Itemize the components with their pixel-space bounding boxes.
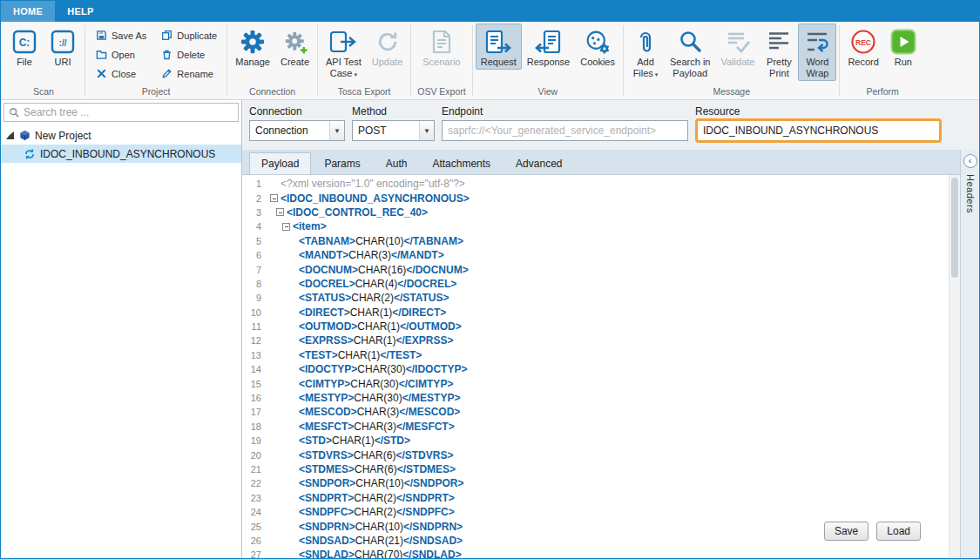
save-button[interactable]: Save [824,522,868,541]
cookies-icon [584,28,612,56]
xml-open-tag: <SNDPRT> [299,492,354,504]
cookies-button[interactable]: Cookies [575,24,620,70]
line-number: 27 [242,549,267,558]
pretty-print-button[interactable]: PrettyPrint [760,24,798,81]
headers-side-panel: ‹ Headers [960,150,979,558]
line-number: 22 [242,478,267,488]
ribbon-group-label: OSV Export [414,86,469,99]
xml-close-tag: </SNDLAD> [402,549,461,558]
tab-home[interactable]: HOME [1,1,55,22]
run-button[interactable]: Run [884,24,923,70]
update-button: Update [367,24,408,70]
tab-headers[interactable]: Headers [965,174,976,213]
project-tree: New ProjectIDOC_INBOUND_ASYNCHRONOUS [1,125,241,558]
xml-open-tag: <IDOCTYP> [299,363,357,375]
chevron-down-icon: ▼ [419,121,434,140]
scrollbar-thumb[interactable] [951,178,958,278]
ribbon-group-buttons: API TestCase ▾Update [321,24,408,86]
method-select[interactable]: POST ▼ [352,120,435,141]
load-button[interactable]: Load [876,522,921,541]
rename-button[interactable]: Rename [155,65,222,82]
tree-search-input[interactable] [24,106,233,118]
tab-attachments[interactable]: Attachments [420,152,503,174]
line-number: 7 [242,265,267,275]
tab-advanced[interactable]: Advanced [504,152,574,174]
button-label: Update [372,57,402,68]
tree-item-idoc-inbound-asynchronous[interactable]: IDOC_INBOUND_ASYNCHRONOUS [1,145,241,163]
api-test-case-button[interactable]: API TestCase ▾ [321,24,367,81]
editor-line: 22<SNDPOR>CHAR(10)</SNDPOR> [242,476,949,490]
collapse-toggle-icon[interactable] [282,223,290,231]
record-button[interactable]: RECRecord [842,24,883,70]
manage-button[interactable]: Manage [230,24,275,70]
create-button[interactable]: Create [275,24,314,70]
endpoint-label: Endpoint [442,105,688,118]
tree-item-new-project[interactable]: New Project [1,126,241,145]
line-number: 8 [242,279,267,289]
xml-close-tag: </CIMTYP> [399,378,454,390]
svg-text:C:: C: [19,37,30,49]
editor-line: 15<CIMTYP>CHAR(30)</CIMTYP> [242,376,949,390]
tab-auth[interactable]: Auth [374,152,420,174]
xml-close-tag: </STDVRS> [395,449,453,461]
ribbon-group-buttons: AddFiles ▾Search inPayloadValidatePretty… [626,24,836,86]
validate-icon [726,28,750,56]
search-in-payload-button[interactable]: Search inPayload [665,24,715,81]
line-number: 17 [242,407,267,417]
add-files-button[interactable]: AddFiles ▾ [626,24,665,81]
svg-text:REC: REC [855,38,871,47]
uri-button[interactable]: ://URI [44,24,82,70]
save-as-button[interactable]: Save As [90,27,152,44]
line-number: 15 [242,379,267,389]
collapse-chevron-icon[interactable]: ‹ [963,154,977,168]
editor-scrollbar[interactable] [949,175,960,558]
collapse-toggle-icon[interactable] [276,208,284,216]
resource-field: Resource [695,105,942,143]
xml-open-tag: <STD> [299,434,332,447]
file-scan-icon: C: [10,28,38,56]
file-button[interactable]: C:File [5,24,44,70]
line-number: 9 [242,293,267,303]
xml-close-tag: </MANDT> [391,249,444,261]
endpoint-input[interactable] [442,120,688,141]
tree-expander-icon[interactable] [6,131,14,139]
sidebar: New ProjectIDOC_INBOUND_ASYNCHRONOUS [1,100,242,558]
xml-open-tag: <IDOC_CONTROL_REC_40> [287,206,428,219]
editor-line: 8<DOCREL>CHAR(4)</DOCREL> [242,277,949,291]
button-label: Duplicate [177,30,217,41]
word-wrap-button[interactable]: WordWrap [798,24,836,81]
tab-payload[interactable]: Payload [249,152,311,174]
payload-editor[interactable]: 1<?xml version="1.0" encoding="utf-8"?>2… [242,175,949,558]
tab-help[interactable]: HELP [55,1,106,22]
editor-wrap: 1<?xml version="1.0" encoding="utf-8"?>2… [242,174,960,558]
ribbon-group-scan: C:File://URIScan [3,22,84,99]
response-button[interactable]: Response [522,24,576,70]
tree-item-label: New Project [35,130,91,142]
delete-button[interactable]: Delete [155,46,222,63]
request-button[interactable]: Request [476,24,522,70]
pretty-print-icon [767,28,791,56]
uri-scan-icon: :// [49,28,77,56]
record-icon: REC [850,28,876,56]
save-as-icon [95,30,107,41]
line-number: 10 [242,307,267,318]
collapse-toggle-icon[interactable] [270,194,278,202]
tab-params[interactable]: Params [312,152,372,174]
editor-buttons: Save Load [824,522,921,541]
xml-open-tag: <SNDLAD> [299,549,355,558]
rename-icon [160,68,172,79]
xml-close-tag: </MESFCT> [396,421,455,433]
ribbon-group-project: Save AsOpenCloseDuplicateDeleteRenamePro… [85,22,226,99]
ribbon-group-buttons: ManageCreate [230,24,314,86]
line-number: 23 [242,493,267,503]
duplicate-button[interactable]: Duplicate [155,27,222,44]
resource-input[interactable] [698,121,939,140]
svg-text:://: :// [59,38,67,48]
button-label: Request [481,57,517,68]
xml-open-tag: <DOCNUM> [299,264,358,276]
open-button[interactable]: Open [90,46,152,63]
connection-select[interactable]: Connection ▼ [249,120,345,141]
close-button[interactable]: Close [90,65,152,82]
api-test-case-icon [329,28,357,56]
xml-value: CHAR(1) [350,306,393,319]
